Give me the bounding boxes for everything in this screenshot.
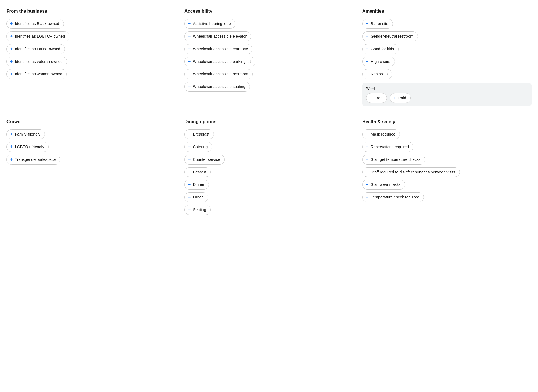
tag-label: Staff wear masks: [371, 182, 401, 187]
tag-label: Reservations required: [371, 144, 409, 149]
wifi-option-label: Free: [375, 95, 383, 101]
tags-dining-options: +Breakfast+Catering+Counter service+Dess…: [184, 129, 354, 215]
plus-icon: +: [10, 157, 13, 162]
tag-item[interactable]: +Identifies as women-owned: [6, 69, 67, 79]
tag-item[interactable]: +Temperature check required: [362, 192, 424, 202]
tag-label: Catering: [193, 144, 208, 149]
tags-accessibility: +Assistive hearing loop+Wheelchair acces…: [184, 19, 354, 92]
tags-crowd: +Family-friendly+LGBTQ+ friendly+Transge…: [6, 129, 176, 165]
tag-label: Assistive hearing loop: [193, 21, 231, 26]
plus-icon: +: [188, 21, 191, 26]
wifi-tags: +Free+Paid: [366, 93, 528, 103]
plus-icon: +: [366, 21, 369, 26]
tag-label: Identifies as LGBTQ+ owned: [15, 34, 65, 39]
tag-label: Identifies as Latino-owned: [15, 47, 60, 52]
plus-icon: +: [188, 195, 191, 200]
tag-label: Gender-neutral restroom: [371, 34, 414, 39]
plus-icon: +: [10, 34, 13, 39]
tag-item[interactable]: +Restroom: [362, 69, 392, 79]
tag-item[interactable]: +Seating: [184, 205, 211, 215]
wifi-option-tag[interactable]: +Paid: [390, 93, 411, 103]
tag-label: Dessert: [193, 170, 206, 175]
wifi-option-tag[interactable]: +Free: [366, 93, 387, 103]
tags-health-safety: +Mask required+Reservations required+Sta…: [362, 129, 532, 202]
plus-icon: +: [188, 34, 191, 39]
tag-label: Bar onsite: [371, 21, 388, 26]
tag-label: Temperature check required: [371, 195, 420, 200]
section-title-amenities: Amenities: [362, 9, 532, 14]
tag-item[interactable]: +Family-friendly: [6, 129, 45, 139]
tag-label: Seating: [193, 207, 206, 212]
section-title-from-the-business: From the business: [6, 9, 176, 14]
plus-icon: +: [370, 96, 372, 101]
tag-label: Staff required to disinfect surfaces bet…: [371, 170, 455, 175]
tag-item[interactable]: +Wheelchair accessible restroom: [184, 69, 253, 79]
tag-label: Identifies as veteran-owned: [15, 59, 63, 64]
plus-icon: +: [188, 144, 191, 149]
tag-item[interactable]: +Dessert: [184, 167, 211, 177]
tag-label: High chairs: [371, 59, 391, 64]
section-title-dining-options: Dining options: [184, 119, 354, 124]
tag-label: Counter service: [193, 157, 220, 162]
plus-icon: +: [366, 132, 369, 137]
tag-item[interactable]: +High chairs: [362, 57, 395, 67]
section-health-safety: Health & safety+Mask required+Reservatio…: [362, 119, 532, 215]
plus-icon: +: [188, 47, 191, 51]
section-crowd: Crowd+Family-friendly+LGBTQ+ friendly+Tr…: [6, 119, 176, 215]
tag-item[interactable]: +Staff wear masks: [362, 180, 405, 190]
plus-icon: +: [393, 96, 396, 101]
tag-label: Lunch: [193, 195, 204, 200]
tag-item[interactable]: +Staff required to disinfect surfaces be…: [362, 167, 460, 177]
tag-label: Staff get temperature checks: [371, 157, 421, 162]
tag-item[interactable]: +Dinner: [184, 180, 209, 190]
tags-amenities: +Bar onsite+Gender-neutral restroom+Good…: [362, 19, 532, 106]
tag-label: Restroom: [371, 72, 388, 77]
tag-item[interactable]: +Breakfast: [184, 129, 214, 139]
tag-item[interactable]: +Staff get temperature checks: [362, 155, 425, 165]
section-from-the-business: From the business+Identifies as Black-ow…: [6, 9, 176, 106]
tag-item[interactable]: +Lunch: [184, 192, 208, 202]
plus-icon: +: [188, 208, 191, 212]
plus-icon: +: [366, 182, 369, 187]
plus-icon: +: [366, 195, 369, 200]
tag-item[interactable]: +Wheelchair accessible parking lot: [184, 57, 255, 67]
tag-item[interactable]: +Good for kids: [362, 44, 399, 54]
tag-item[interactable]: +Reservations required: [362, 142, 413, 152]
tag-item[interactable]: +Counter service: [184, 155, 225, 165]
tag-item[interactable]: +Assistive hearing loop: [184, 19, 235, 29]
plus-icon: +: [10, 132, 13, 137]
plus-icon: +: [366, 170, 369, 174]
plus-icon: +: [188, 84, 191, 89]
tag-item[interactable]: +Identifies as LGBTQ+ owned: [6, 31, 69, 41]
plus-icon: +: [10, 72, 13, 77]
wifi-label: Wi-Fi: [366, 86, 528, 90]
tag-label: Wheelchair accessible parking lot: [193, 59, 251, 64]
tag-item[interactable]: +Wheelchair accessible entrance: [184, 44, 252, 54]
section-title-accessibility: Accessibility: [184, 9, 354, 14]
plus-icon: +: [10, 47, 13, 51]
section-dining-options: Dining options+Breakfast+Catering+Counte…: [184, 119, 354, 215]
plus-icon: +: [188, 59, 191, 64]
section-amenities: Amenities+Bar onsite+Gender-neutral rest…: [362, 9, 532, 106]
tag-item[interactable]: +Transgender safespace: [6, 155, 60, 165]
tag-item[interactable]: +Gender-neutral restroom: [362, 31, 418, 41]
tag-item[interactable]: +Identifies as veteran-owned: [6, 57, 67, 67]
section-title-crowd: Crowd: [6, 119, 176, 124]
tag-label: Identifies as Black-owned: [15, 21, 59, 26]
tag-item[interactable]: +Catering: [184, 142, 212, 152]
tag-item[interactable]: +Wheelchair accessible seating: [184, 82, 250, 92]
tag-label: Wheelchair accessible elevator: [193, 34, 247, 39]
tag-item[interactable]: +Identifies as Black-owned: [6, 19, 64, 29]
plus-icon: +: [366, 157, 369, 162]
tag-item[interactable]: +LGBTQ+ friendly: [6, 142, 49, 152]
tag-item[interactable]: +Identifies as Latino-owned: [6, 44, 65, 54]
tag-item[interactable]: +Wheelchair accessible elevator: [184, 31, 251, 41]
tag-item[interactable]: +Mask required: [362, 129, 400, 139]
section-title-health-safety: Health & safety: [362, 119, 532, 124]
tag-item[interactable]: +Bar onsite: [362, 19, 393, 29]
tag-label: Mask required: [371, 132, 396, 137]
plus-icon: +: [188, 132, 191, 137]
tag-label: Wheelchair accessible restroom: [193, 72, 248, 77]
wifi-section: Wi-Fi+Free+Paid: [362, 83, 532, 106]
tag-label: Dinner: [193, 182, 205, 187]
